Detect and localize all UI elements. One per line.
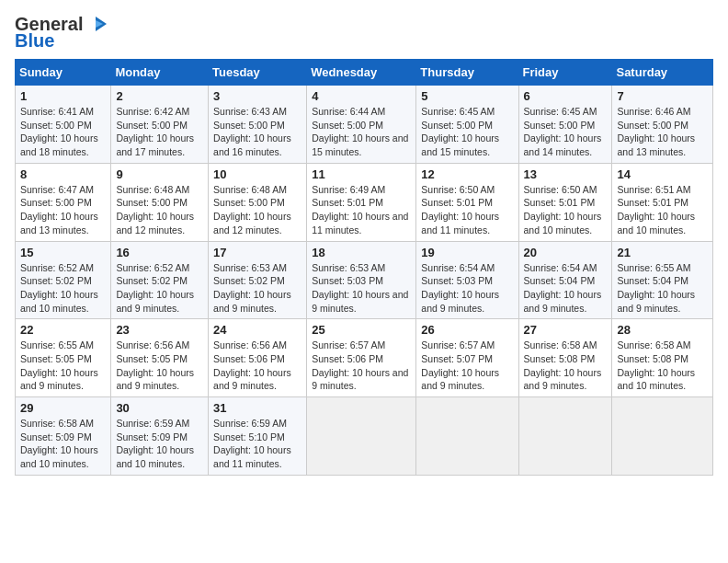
day-number: 20 — [524, 246, 608, 259]
calendar-cell: 29Sunrise: 6:58 AM Sunset: 5:09 PM Dayli… — [16, 397, 111, 476]
calendar-cell: 2Sunrise: 6:42 AM Sunset: 5:00 PM Daylig… — [111, 86, 209, 164]
day-number: 21 — [617, 246, 708, 259]
day-number: 30 — [116, 401, 203, 415]
calendar-cell: 3Sunrise: 6:43 AM Sunset: 5:00 PM Daylig… — [209, 86, 307, 164]
calendar-cell: 14Sunrise: 6:51 AM Sunset: 5:01 PM Dayli… — [612, 163, 713, 241]
day-info: Sunrise: 6:41 AM Sunset: 5:00 PM Dayligh… — [20, 105, 106, 159]
day-info: Sunrise: 6:53 AM Sunset: 5:02 PM Dayligh… — [213, 261, 301, 316]
day-number: 23 — [116, 323, 203, 337]
day-number: 7 — [617, 89, 708, 103]
day-info: Sunrise: 6:49 AM Sunset: 5:01 PM Dayligh… — [312, 183, 411, 237]
day-info: Sunrise: 6:50 AM Sunset: 5:01 PM Dayligh… — [524, 183, 608, 237]
calendar-cell: 8Sunrise: 6:47 AM Sunset: 5:00 PM Daylig… — [16, 163, 111, 241]
day-number: 24 — [213, 323, 301, 337]
col-header-monday: Monday — [111, 60, 209, 86]
day-number: 13 — [524, 167, 608, 181]
day-number: 8 — [20, 167, 106, 181]
calendar-cell: 19Sunrise: 6:54 AM Sunset: 5:03 PM Dayli… — [416, 241, 518, 319]
calendar-cell: 5Sunrise: 6:45 AM Sunset: 5:00 PM Daylig… — [416, 86, 518, 164]
day-info: Sunrise: 6:45 AM Sunset: 5:00 PM Dayligh… — [524, 105, 608, 159]
week-row-3: 15Sunrise: 6:52 AM Sunset: 5:02 PM Dayli… — [16, 241, 713, 319]
page-header: General Blue — [15, 15, 713, 50]
calendar-cell: 20Sunrise: 6:54 AM Sunset: 5:04 PM Dayli… — [518, 241, 612, 319]
day-number: 6 — [524, 89, 608, 103]
day-number: 28 — [617, 323, 708, 337]
day-number: 15 — [20, 246, 106, 259]
week-row-5: 29Sunrise: 6:58 AM Sunset: 5:09 PM Dayli… — [16, 397, 713, 476]
day-info: Sunrise: 6:53 AM Sunset: 5:03 PM Dayligh… — [312, 261, 411, 316]
day-info: Sunrise: 6:52 AM Sunset: 5:02 PM Dayligh… — [20, 261, 106, 316]
col-header-tuesday: Tuesday — [209, 60, 307, 86]
calendar-cell — [416, 397, 518, 476]
day-number: 17 — [213, 246, 301, 259]
day-info: Sunrise: 6:42 AM Sunset: 5:00 PM Dayligh… — [116, 105, 203, 159]
day-number: 11 — [312, 167, 411, 181]
day-info: Sunrise: 6:54 AM Sunset: 5:03 PM Dayligh… — [421, 261, 513, 316]
week-row-2: 8Sunrise: 6:47 AM Sunset: 5:00 PM Daylig… — [16, 163, 713, 241]
calendar-header-row: SundayMondayTuesdayWednesdayThursdayFrid… — [16, 60, 713, 86]
day-number: 26 — [421, 323, 513, 337]
day-number: 14 — [617, 167, 708, 181]
calendar-cell: 1Sunrise: 6:41 AM Sunset: 5:00 PM Daylig… — [16, 86, 111, 164]
calendar-cell: 13Sunrise: 6:50 AM Sunset: 5:01 PM Dayli… — [518, 163, 612, 241]
day-info: Sunrise: 6:59 AM Sunset: 5:09 PM Dayligh… — [116, 417, 203, 471]
calendar-cell: 16Sunrise: 6:52 AM Sunset: 5:02 PM Dayli… — [111, 241, 209, 319]
day-number: 9 — [116, 167, 203, 181]
calendar-cell: 6Sunrise: 6:45 AM Sunset: 5:00 PM Daylig… — [518, 86, 612, 164]
calendar-cell: 24Sunrise: 6:56 AM Sunset: 5:06 PM Dayli… — [209, 319, 307, 397]
day-number: 2 — [116, 89, 203, 103]
day-info: Sunrise: 6:58 AM Sunset: 5:08 PM Dayligh… — [617, 339, 708, 393]
calendar-cell: 22Sunrise: 6:55 AM Sunset: 5:05 PM Dayli… — [16, 319, 111, 397]
day-info: Sunrise: 6:46 AM Sunset: 5:00 PM Dayligh… — [617, 105, 708, 159]
calendar-cell: 30Sunrise: 6:59 AM Sunset: 5:09 PM Dayli… — [111, 397, 209, 476]
calendar-cell: 23Sunrise: 6:56 AM Sunset: 5:05 PM Dayli… — [111, 319, 209, 397]
col-header-wednesday: Wednesday — [307, 60, 416, 86]
logo-icon — [83, 15, 108, 33]
day-info: Sunrise: 6:58 AM Sunset: 5:09 PM Dayligh… — [20, 417, 106, 471]
week-row-4: 22Sunrise: 6:55 AM Sunset: 5:05 PM Dayli… — [16, 319, 713, 397]
day-number: 5 — [421, 89, 513, 103]
day-number: 10 — [213, 167, 301, 181]
day-number: 3 — [213, 89, 301, 103]
day-number: 29 — [20, 401, 106, 415]
day-info: Sunrise: 6:50 AM Sunset: 5:01 PM Dayligh… — [421, 183, 513, 237]
calendar-cell — [612, 397, 713, 476]
calendar-cell: 12Sunrise: 6:50 AM Sunset: 5:01 PM Dayli… — [416, 163, 518, 241]
day-number: 18 — [312, 246, 411, 259]
calendar-cell: 10Sunrise: 6:48 AM Sunset: 5:00 PM Dayli… — [209, 163, 307, 241]
calendar-cell: 7Sunrise: 6:46 AM Sunset: 5:00 PM Daylig… — [612, 86, 713, 164]
day-info: Sunrise: 6:57 AM Sunset: 5:06 PM Dayligh… — [312, 339, 411, 393]
day-info: Sunrise: 6:51 AM Sunset: 5:01 PM Dayligh… — [617, 183, 708, 237]
day-number: 12 — [421, 167, 513, 181]
day-info: Sunrise: 6:54 AM Sunset: 5:04 PM Dayligh… — [524, 261, 608, 316]
calendar-cell: 4Sunrise: 6:44 AM Sunset: 5:00 PM Daylig… — [307, 86, 416, 164]
day-info: Sunrise: 6:48 AM Sunset: 5:00 PM Dayligh… — [116, 183, 203, 237]
day-info: Sunrise: 6:56 AM Sunset: 5:05 PM Dayligh… — [116, 339, 203, 393]
calendar-cell: 11Sunrise: 6:49 AM Sunset: 5:01 PM Dayli… — [307, 163, 416, 241]
calendar-cell: 25Sunrise: 6:57 AM Sunset: 5:06 PM Dayli… — [307, 319, 416, 397]
day-info: Sunrise: 6:45 AM Sunset: 5:00 PM Dayligh… — [421, 105, 513, 159]
day-info: Sunrise: 6:43 AM Sunset: 5:00 PM Dayligh… — [213, 105, 301, 159]
calendar-table: SundayMondayTuesdayWednesdayThursdayFrid… — [15, 59, 713, 476]
calendar-cell: 31Sunrise: 6:59 AM Sunset: 5:10 PM Dayli… — [209, 397, 307, 476]
col-header-sunday: Sunday — [16, 60, 111, 86]
day-info: Sunrise: 6:59 AM Sunset: 5:10 PM Dayligh… — [213, 417, 301, 471]
calendar-cell: 18Sunrise: 6:53 AM Sunset: 5:03 PM Dayli… — [307, 241, 416, 319]
day-number: 16 — [116, 246, 203, 259]
day-info: Sunrise: 6:47 AM Sunset: 5:00 PM Dayligh… — [20, 183, 106, 237]
calendar-cell: 9Sunrise: 6:48 AM Sunset: 5:00 PM Daylig… — [111, 163, 209, 241]
week-row-1: 1Sunrise: 6:41 AM Sunset: 5:00 PM Daylig… — [16, 86, 713, 164]
calendar-cell: 21Sunrise: 6:55 AM Sunset: 5:04 PM Dayli… — [612, 241, 713, 319]
day-info: Sunrise: 6:55 AM Sunset: 5:05 PM Dayligh… — [20, 339, 106, 393]
day-number: 4 — [312, 89, 411, 103]
calendar-cell — [307, 397, 416, 476]
calendar-cell — [518, 397, 612, 476]
day-number: 27 — [524, 323, 608, 337]
day-number: 1 — [20, 89, 106, 103]
day-info: Sunrise: 6:52 AM Sunset: 5:02 PM Dayligh… — [116, 261, 203, 316]
day-number: 25 — [312, 323, 411, 337]
day-number: 22 — [20, 323, 106, 337]
logo-blue: Blue — [15, 31, 54, 50]
calendar-cell: 17Sunrise: 6:53 AM Sunset: 5:02 PM Dayli… — [209, 241, 307, 319]
calendar-cell: 27Sunrise: 6:58 AM Sunset: 5:08 PM Dayli… — [518, 319, 612, 397]
